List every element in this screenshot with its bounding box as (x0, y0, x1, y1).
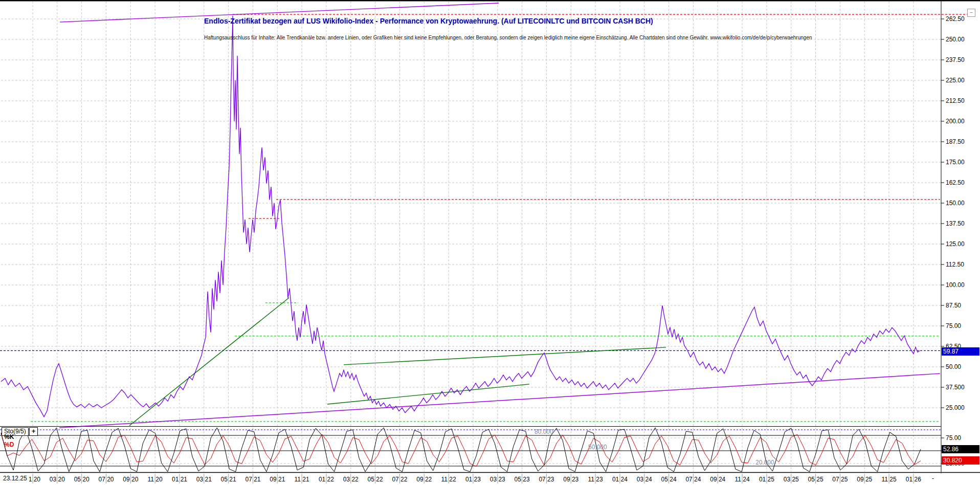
x-axis-month-label: 09 25 (857, 476, 872, 483)
x-axis-end-marker: - (932, 475, 934, 482)
y-axis-label: 225.00 (946, 77, 965, 84)
trend-green-mid-upper (344, 347, 666, 365)
x-axis-month-label: 01 22 (319, 476, 334, 483)
stochastic-d-badge: 30.820 (942, 456, 979, 465)
percent-k-legend: %K (4, 433, 14, 440)
chart-disclaimer: Haftungsausschluss für Inhalte: Alle Tre… (204, 35, 812, 40)
x-axis-month-label: 07 24 (685, 476, 701, 483)
price-line (1, 16, 920, 417)
trend-lower-purple (59, 373, 940, 428)
y-axis-label: 150.00 (946, 200, 965, 207)
x-axis-month-label: 09 21 (270, 476, 285, 483)
add-indicator-button[interactable]: + (29, 427, 38, 436)
sto-level-label: 50.000 (588, 444, 607, 451)
chart-title: Endlos-Zertifikat bezogen auf LUS Wikifo… (204, 17, 653, 25)
x-axis-month-label: 09 22 (416, 476, 432, 483)
x-axis-month-label: 09 20 (123, 476, 138, 483)
y-axis-label: 125.00 (946, 240, 965, 248)
x-axis-month-label: 05 22 (368, 476, 383, 483)
x-axis-month-label: 07 22 (392, 476, 407, 483)
x-axis-month-label: 03 20 (50, 476, 65, 483)
y-axis-label: 100.00 (946, 281, 965, 289)
x-axis-month-label: 11 25 (881, 476, 896, 483)
x-axis-month-label: 01 26 (906, 476, 921, 483)
y-axis-label: 37.500 (946, 384, 965, 391)
x-axis-month-label: 11 21 (295, 476, 309, 483)
y-axis-label: 25.000 (946, 404, 965, 411)
y-axis-label: 200.00 (946, 118, 965, 125)
y-axis-label: 250.00 (946, 36, 965, 43)
x-axis-month-label: 05 24 (661, 476, 677, 483)
x-axis-month-label: 03 22 (343, 476, 359, 483)
x-axis-month-label: 11 22 (441, 476, 456, 483)
y-axis-label: 137.50 (946, 220, 965, 227)
x-axis-month-label: 11 24 (734, 476, 749, 483)
stochastic-k-line (1, 428, 921, 472)
sto-axis-label: 75.00 (946, 434, 961, 442)
y-axis-label: 87.50 (946, 302, 961, 309)
x-axis-month-label: 09 24 (710, 476, 725, 483)
y-axis-label: 262.50 (946, 15, 965, 23)
current-price-badge: 59.87 (942, 347, 979, 356)
y-axis-label: 237.50 (946, 56, 965, 63)
x-axis-month-label: 11 20 (148, 476, 163, 483)
x-axis-month-label: 03 24 (637, 476, 652, 483)
x-axis-month-label: 05 25 (808, 476, 823, 483)
x-axis-month-label: 01 25 (759, 476, 774, 483)
sto-level-label: 80.000 (534, 428, 553, 435)
axis-collapse-button[interactable]: − (967, 9, 975, 17)
y-axis-label: 187.50 (946, 138, 965, 145)
x-axis-month-label: 03 21 (196, 476, 212, 483)
x-axis-month-label: 05 20 (74, 476, 90, 483)
x-axis-month-label: 01 23 (465, 476, 481, 483)
stochastic-k-badge: 52.86 (942, 445, 979, 453)
y-axis-label: 212.50 (946, 97, 965, 104)
y-axis-label: 50.00 (946, 363, 961, 370)
x-axis-month-label: 01 24 (612, 476, 628, 483)
x-axis-month-label: 03 25 (784, 476, 799, 483)
y-axis-label: 112.50 (946, 261, 964, 268)
x-axis-month-label: 09 23 (563, 476, 578, 483)
sto-level-label: 20.000 (755, 459, 774, 466)
x-axis-month-label: 11 23 (588, 476, 603, 483)
y-axis-label: 162.50 (946, 179, 965, 186)
x-axis-month-label: 07 21 (245, 476, 260, 483)
x-axis-month-label: 01 21 (172, 476, 187, 483)
y-axis-label: 175.00 (946, 159, 965, 166)
x-axis-month-label: 07 23 (539, 476, 554, 483)
window-top-border (0, 0, 980, 2)
percent-d-legend: %D (4, 441, 14, 448)
chart-canvas: 80.00050.00020.000262.50250.00237.50225.… (0, 0, 980, 485)
x-axis-month-label: 07 20 (98, 476, 114, 483)
x-axis-month-label: 05 21 (221, 476, 236, 483)
y-axis-label: 75.00 (946, 322, 961, 329)
x-axis-start-date: 23.12.25 (1, 475, 29, 482)
x-axis-month-label: 03 23 (490, 476, 505, 483)
chart-application-window: 80.00050.00020.000262.50250.00237.50225.… (0, 0, 980, 485)
x-axis-month-label: 07 25 (832, 476, 848, 483)
x-axis-month-label: 05 23 (515, 476, 530, 483)
